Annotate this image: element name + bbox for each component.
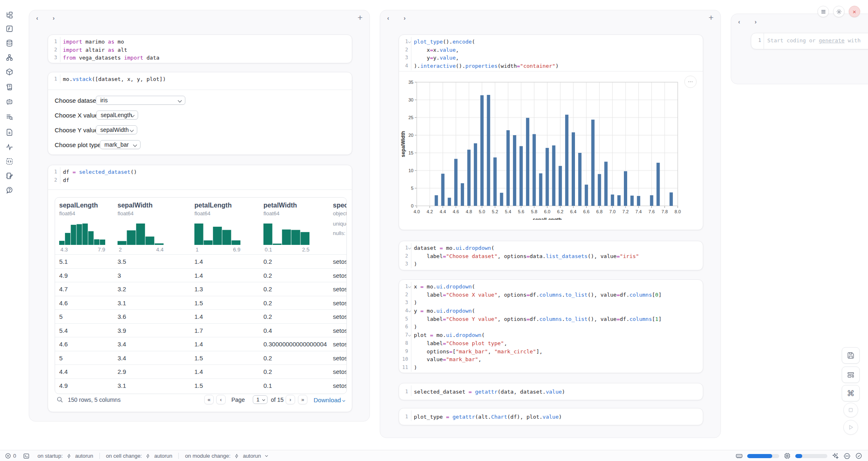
middle-column-prev-button[interactable]: ‹ — [387, 14, 389, 21]
tracing-icon[interactable] — [6, 143, 13, 151]
generate-link[interactable]: generate — [819, 37, 845, 44]
dataset-select[interactable]: iris — [96, 96, 185, 105]
table-cell: 0.2 — [263, 258, 272, 265]
column-header[interactable]: sepalWidth — [118, 202, 152, 209]
y-select-value: sepalWidth — [100, 127, 129, 133]
plot-type-select[interactable]: mark_bar — [100, 140, 141, 149]
terminal-button[interactable] — [23, 453, 30, 459]
vstack-code[interactable]: 1mo.vstack([dataset, x, y, plot]) — [48, 72, 352, 85]
column-header[interactable]: petalLength — [194, 202, 232, 209]
stop-button[interactable] — [843, 403, 858, 417]
dataframe-code[interactable]: 1df = selected_dataset()2df — [48, 165, 352, 186]
packages-icon[interactable] — [6, 68, 13, 76]
table-cell: 4.9 — [59, 382, 68, 389]
table-cell: setosa — [333, 272, 347, 279]
line-number: 1 — [399, 413, 408, 421]
download-button[interactable]: Download — [314, 396, 345, 403]
on-cell-change-value[interactable]: autorun — [154, 453, 172, 459]
on-module-change-value[interactable]: autorun — [243, 453, 261, 459]
column-type: object — [333, 210, 347, 217]
fold-chevron-icon[interactable] — [408, 285, 411, 288]
table-row[interactable]: 5.13.51.40.2setosa — [55, 254, 346, 269]
fold-chevron-icon[interactable] — [408, 40, 411, 43]
x-value-label: Choose X value — [55, 112, 98, 119]
table-row[interactable]: 4.93.11.50.1setosa — [55, 378, 346, 393]
last-page-button[interactable]: » — [298, 395, 307, 404]
table-row[interactable]: 4.63.41.40.30000000000000004setosa — [55, 337, 346, 351]
controls-code[interactable]: 1x = mo.ui.dropdown(2 label="Choose X va… — [399, 280, 703, 373]
fold-chevron-icon[interactable] — [408, 247, 411, 249]
layout-button[interactable] — [842, 366, 860, 383]
plot-cell[interactable]: 1plot_type().encode(2 x=x.value,3 y=y.va… — [399, 35, 703, 230]
right-column-prev-button[interactable]: ‹ — [738, 18, 740, 25]
scratchpad-icon[interactable] — [6, 172, 13, 180]
fold-chevron-icon[interactable] — [408, 309, 411, 312]
left-column-next-button[interactable]: › — [53, 14, 55, 21]
column-header[interactable]: petalWidth — [263, 202, 297, 209]
dataset-dropdown-code[interactable]: 1dataset = mo.ui.dropdown(2 label="Choos… — [399, 241, 703, 270]
selected-dataset-cell[interactable]: 1selected_dataset = getattr(data, datase… — [399, 383, 703, 400]
table-row[interactable]: 53.41.50.2setosa — [55, 351, 346, 365]
on-startup-value[interactable]: autorun — [75, 453, 93, 459]
left-column-prev-button[interactable]: ‹ — [36, 14, 38, 21]
settings-button[interactable] — [833, 6, 845, 17]
first-page-button[interactable]: « — [204, 395, 214, 404]
dataframe-cell[interactable]: 1df = selected_dataset()2df sepalLengthf… — [48, 165, 352, 412]
next-page-button[interactable]: › — [286, 395, 295, 404]
column-header[interactable]: species — [333, 202, 347, 209]
table-row[interactable]: 4.42.91.40.2setosa — [55, 364, 346, 379]
column-histogram — [59, 224, 105, 245]
plot-code[interactable]: 1plot_type().encode(2 x=x.value,3 y=y.va… — [399, 35, 703, 72]
altair-bar-chart[interactable]: 4.04.24.44.64.85.05.25.45.65.86.06.26.46… — [399, 74, 703, 220]
table-row[interactable]: 4.73.21.30.2setosa — [55, 282, 346, 296]
dependency-graph-icon[interactable] — [6, 54, 13, 61]
robot-icon — [843, 452, 851, 460]
column-header[interactable]: sepalLength — [59, 202, 98, 209]
errors-button[interactable]: 0 — [5, 453, 16, 459]
imports-cell[interactable]: 1import marimo as mo2import altair as al… — [48, 35, 352, 63]
new-cell-editor[interactable]: 1 Start coding or generate with — [751, 33, 868, 49]
dataset-dropdown-cell[interactable]: 1dataset = mo.ui.dropdown(2 label="Choos… — [399, 241, 703, 270]
database-icon[interactable] — [6, 39, 13, 47]
function-icon[interactable] — [6, 25, 13, 32]
vstack-cell[interactable]: 1mo.vstack([dataset, x, y, plot]) Choose… — [48, 72, 352, 155]
table-cell: 0.30000000000000004 — [263, 341, 327, 348]
search-icon[interactable] — [56, 396, 63, 403]
plot-type-cell[interactable]: 1plot_type = getattr(alt.Chart(df), plot… — [399, 408, 703, 425]
table-row[interactable]: 4.63.11.50.2setosa — [55, 296, 346, 310]
shortcuts-button[interactable]: ⌘ — [842, 385, 860, 401]
y-value-select[interactable]: sepalWidth — [96, 125, 137, 134]
controls-code-cell[interactable]: 1x = mo.ui.dropdown(2 label="Choose X va… — [399, 279, 703, 373]
code-line: 5 label="Choose Y value", options=df.col… — [414, 315, 699, 323]
middle-column-add-cell-button[interactable]: + — [709, 14, 713, 22]
documentation-icon[interactable] — [6, 129, 13, 136]
plot-type-code[interactable]: 1plot_type = getattr(alt.Chart(df), plot… — [399, 408, 703, 423]
connection-status-button[interactable] — [855, 452, 862, 459]
file-tree-icon[interactable] — [6, 12, 13, 19]
page-select[interactable]: 1 — [253, 395, 268, 404]
left-column-add-cell-button[interactable]: + — [358, 14, 362, 22]
imports-code[interactable]: 1import marimo as mo2import altair as al… — [48, 35, 352, 63]
middle-column-next-button[interactable]: › — [404, 14, 406, 21]
table-row[interactable]: 53.61.40.2setosa — [55, 309, 346, 324]
check-circle-icon — [855, 452, 862, 459]
right-column-next-button[interactable]: › — [755, 18, 757, 25]
chart-menu-button[interactable] — [684, 76, 697, 88]
close-button[interactable]: × — [849, 6, 860, 17]
prev-page-button[interactable]: ‹ — [216, 395, 226, 404]
table-row[interactable]: 4.931.40.2setosa — [55, 268, 346, 283]
copilot-button[interactable] — [843, 452, 851, 460]
menu-button[interactable] — [817, 6, 829, 17]
x-value-select[interactable]: sepalLength — [96, 111, 138, 120]
variables-search-icon[interactable] — [6, 113, 13, 121]
snippets-icon[interactable] — [6, 158, 13, 165]
selected-dataset-code[interactable]: 1selected_dataset = getattr(data, datase… — [399, 383, 703, 398]
table-row[interactable]: 5.43.91.70.4setosa — [55, 323, 346, 338]
run-button[interactable] — [843, 420, 858, 435]
help-icon[interactable] — [6, 187, 13, 194]
save-button[interactable] — [842, 347, 860, 364]
chat-icon[interactable] — [6, 98, 13, 106]
logs-icon[interactable] — [6, 83, 13, 91]
ai-button[interactable] — [832, 452, 839, 459]
fold-chevron-icon[interactable] — [408, 334, 411, 337]
